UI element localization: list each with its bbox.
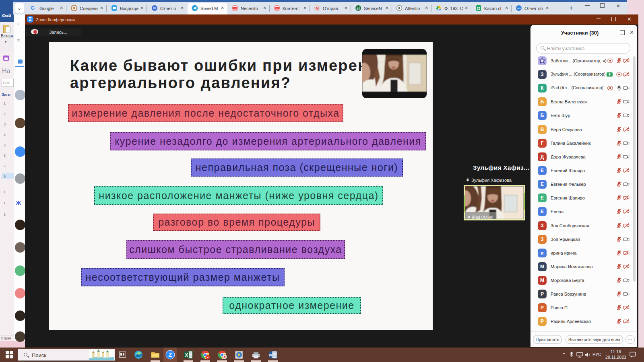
svg-text:W: W [269,353,272,357]
svg-text:Z: Z [169,352,172,358]
svg-text:@: @ [356,6,360,10]
svg-text:am: am [517,7,521,10]
svg-text:X: X [185,352,188,358]
svg-text:M: M [316,6,319,10]
svg-text:✕: ✕ [206,356,209,359]
